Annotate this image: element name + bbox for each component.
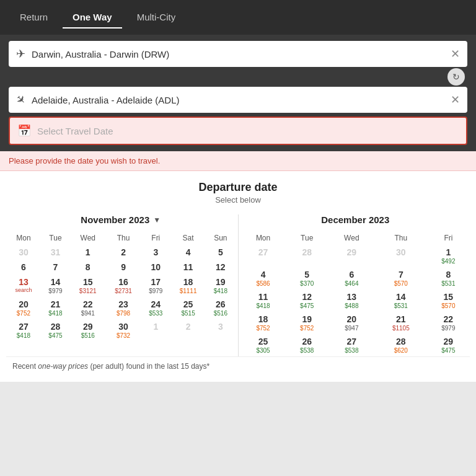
- date-field[interactable]: 📅 Select Travel Date: [9, 117, 467, 145]
- destination-clear[interactable]: ✕: [451, 93, 460, 107]
- calendar-day[interactable]: 20$947: [328, 312, 375, 334]
- calendar-day[interactable]: 4$586: [241, 267, 286, 289]
- nov-month-label: November 2023: [81, 214, 149, 225]
- day-price: $752: [287, 325, 327, 332]
- calendar-day[interactable]: 24$533: [141, 297, 170, 319]
- calendar-day[interactable]: 9: [105, 260, 141, 275]
- calendar-day[interactable]: 26$538: [286, 334, 328, 356]
- day-number: 21: [376, 314, 426, 324]
- calendar-day[interactable]: 25$305: [241, 334, 286, 356]
- day-number: 27: [7, 322, 40, 332]
- day-number: 29: [330, 247, 374, 257]
- day-number: 2: [107, 247, 139, 257]
- calendar-day[interactable]: 5$370: [286, 267, 328, 289]
- day-number: 18: [242, 314, 284, 324]
- day-number: 31: [42, 247, 69, 257]
- origin-clear[interactable]: ✕: [451, 47, 460, 61]
- calendar-day[interactable]: 30$732: [105, 319, 141, 342]
- calendar-day[interactable]: 18$752: [241, 312, 286, 334]
- calendar-day[interactable]: 2: [105, 245, 141, 260]
- calendar-day[interactable]: 19$752: [286, 312, 328, 334]
- calendar-day[interactable]: 29$475: [427, 334, 470, 356]
- tab-one-way[interactable]: One Way: [63, 7, 122, 29]
- calendar-day[interactable]: 20$752: [6, 297, 41, 319]
- calendar-day[interactable]: 11$418: [241, 289, 286, 312]
- day-number: 9: [107, 262, 139, 272]
- calendar-day[interactable]: 12$475: [286, 289, 328, 312]
- calendar-day: 30: [375, 245, 427, 267]
- calendar-day[interactable]: 1$492: [427, 245, 470, 267]
- day-number: 8: [71, 262, 104, 272]
- day-number: 13: [330, 292, 374, 302]
- calendar-day[interactable]: 6: [6, 260, 41, 275]
- day-price: $752: [242, 325, 284, 332]
- calendar-day[interactable]: 18$1111: [170, 275, 206, 297]
- calendar-day[interactable]: 8$531: [427, 267, 470, 289]
- calendar-day: 3: [206, 319, 235, 342]
- calendar-day[interactable]: 28$475: [41, 319, 70, 342]
- day-price: $418: [7, 332, 40, 339]
- nov-month-header: November 2023 ▼: [6, 214, 236, 225]
- calendar-day[interactable]: 10: [141, 260, 170, 275]
- day-price: $516: [71, 332, 104, 339]
- day-number: 5: [207, 247, 234, 257]
- day-number: 20: [7, 299, 40, 309]
- calendar-day[interactable]: 6$464: [328, 267, 375, 289]
- day-price: $533: [143, 310, 169, 317]
- day-price: $516: [207, 310, 234, 317]
- calendar-day[interactable]: 15$570: [427, 289, 470, 312]
- calendar-day: 30: [6, 245, 41, 260]
- calendar-day: 2: [170, 319, 206, 342]
- day-number: 12: [207, 262, 234, 272]
- tab-multi-city[interactable]: Multi-City: [127, 7, 186, 29]
- calendar-day[interactable]: 7$570: [375, 267, 427, 289]
- calendar-day[interactable]: 13$488: [328, 289, 375, 312]
- calendar-day[interactable]: 27$418: [6, 319, 41, 342]
- calendar-day[interactable]: 22$941: [70, 297, 105, 319]
- day-number: 4: [242, 270, 284, 280]
- day-number: 3: [207, 322, 234, 332]
- nov-arrow[interactable]: ▼: [153, 216, 161, 224]
- tab-return[interactable]: Return: [10, 7, 58, 29]
- calendar-day: 27: [241, 245, 286, 267]
- weekday-header: Wed: [328, 231, 375, 245]
- calendar-day[interactable]: 17$979: [141, 275, 170, 297]
- calendar-day[interactable]: 16$2731: [105, 275, 141, 297]
- calendar-day[interactable]: 27$538: [328, 334, 375, 356]
- calendar-day[interactable]: 12: [206, 260, 235, 275]
- swap-button[interactable]: ↻: [447, 68, 465, 86]
- destination-field[interactable]: ✈ Adelaide, Australia - Adelaide (ADL) ✕: [9, 87, 467, 113]
- calendar-day[interactable]: 4: [170, 245, 206, 260]
- calendar-day[interactable]: 5: [206, 245, 235, 260]
- calendar-day[interactable]: 22$979: [427, 312, 470, 334]
- calendar-day[interactable]: 3: [141, 245, 170, 260]
- calendar-day[interactable]: 8: [70, 260, 105, 275]
- calendar-day[interactable]: 14$979: [41, 275, 70, 297]
- calendar-day[interactable]: 1: [70, 245, 105, 260]
- calendar-day[interactable]: 13search: [6, 275, 41, 297]
- calendars-wrapper: November 2023 ▼ MonTueWedThuFriSatSun 30…: [6, 214, 470, 356]
- day-price: $570: [428, 302, 469, 309]
- calendar-day[interactable]: 28$620: [375, 334, 427, 356]
- weekday-header: Sun: [206, 231, 235, 245]
- day-number: 30: [376, 247, 426, 257]
- calendar-day[interactable]: 7: [41, 260, 70, 275]
- day-price: $538: [330, 347, 374, 354]
- calendar-day[interactable]: 11: [170, 260, 206, 275]
- calendar-day[interactable]: 25$515: [170, 297, 206, 319]
- weekday-header: Thu: [375, 231, 427, 245]
- origin-field[interactable]: ✈ Darwin, Australia - Darwin (DRW) ✕: [9, 41, 467, 67]
- calendar-day[interactable]: 14$531: [375, 289, 427, 312]
- calendar-day[interactable]: 21$1105: [375, 312, 427, 334]
- dec-month-header: December 2023: [241, 214, 470, 225]
- day-price: $798: [107, 310, 139, 317]
- calendar-day[interactable]: 19$418: [206, 275, 235, 297]
- calendar-day[interactable]: 29$516: [70, 319, 105, 342]
- calendar-day[interactable]: 23$798: [105, 297, 141, 319]
- day-number: 14: [42, 277, 69, 287]
- calendar-day[interactable]: 15$3121: [70, 275, 105, 297]
- day-price: $418: [207, 288, 234, 294]
- calendar-day[interactable]: 26$516: [206, 297, 235, 319]
- calendar-day[interactable]: 21$418: [41, 297, 70, 319]
- day-price: $492: [428, 258, 469, 265]
